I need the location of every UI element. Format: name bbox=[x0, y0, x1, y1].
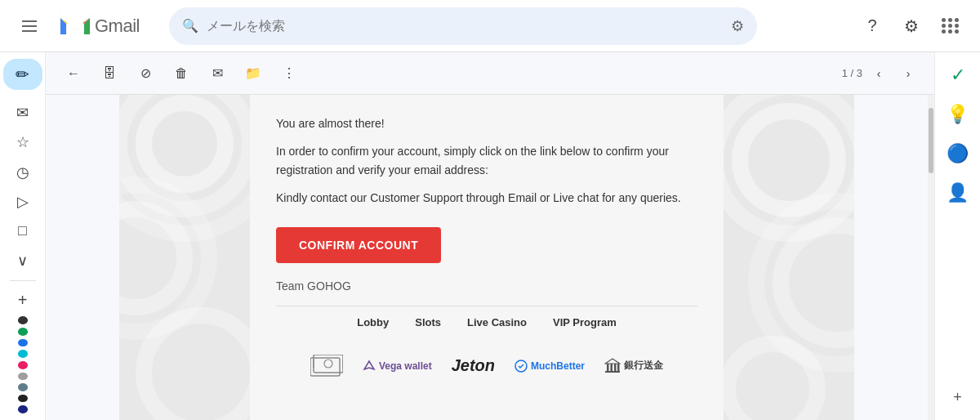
spam-button[interactable]: ⊘ bbox=[131, 59, 160, 88]
svg-marker-28 bbox=[605, 359, 620, 364]
right-panel: ✓ 💡 🔵 👤 + bbox=[934, 52, 980, 420]
right-panel-google-contacts[interactable]: 🔵 bbox=[942, 137, 974, 170]
archive-button[interactable]: 🗄 bbox=[95, 59, 124, 88]
label-dot-darkblue[interactable] bbox=[18, 405, 28, 413]
label-dot-pink[interactable] bbox=[18, 361, 28, 369]
jeton-label: Jeton bbox=[452, 356, 495, 375]
payment-cash bbox=[310, 355, 343, 378]
send-icon: ▷ bbox=[17, 193, 29, 211]
muchbetter-label: MuchBetter bbox=[531, 360, 585, 372]
search-bar[interactable]: 🔍 ⚙ bbox=[169, 7, 757, 45]
svg-point-16 bbox=[144, 315, 250, 420]
email-line3: Kindly contact our Customer Support thro… bbox=[276, 189, 697, 207]
watermark-left bbox=[119, 95, 250, 420]
sidebar-item-inbox[interactable]: ✉ bbox=[7, 100, 39, 126]
label-dot-green[interactable] bbox=[18, 328, 28, 336]
svg-rect-33 bbox=[605, 371, 620, 373]
sidebar-item-sent[interactable]: ▷ bbox=[7, 189, 39, 215]
back-button[interactable]: ← bbox=[59, 59, 88, 88]
bank-icon bbox=[604, 358, 621, 374]
settings-icon[interactable]: ⚙ bbox=[895, 10, 928, 42]
pagination-text: 1 / 3 bbox=[842, 67, 862, 79]
main-layout: ✏ ✉ ☆ ◷ ▷ □ ∨ + ← bbox=[0, 52, 980, 420]
label-dot-dark[interactable] bbox=[18, 395, 28, 403]
compose-button[interactable]: ✏ bbox=[3, 59, 42, 90]
gmail-text: Gmail bbox=[95, 16, 140, 37]
star-icon: ☆ bbox=[16, 133, 29, 151]
team-signature: Team GOHOG bbox=[276, 279, 697, 293]
search-icon: 🔍 bbox=[182, 18, 198, 34]
filter-icon[interactable]: ⚙ bbox=[731, 17, 744, 35]
email-scroll: You are almost there! In order to confir… bbox=[46, 95, 928, 420]
nav-slots[interactable]: Slots bbox=[415, 316, 441, 328]
nav-live-casino[interactable]: Live Casino bbox=[467, 316, 527, 328]
email-body-container: You are almost there! In order to confir… bbox=[46, 95, 934, 420]
drafts-icon: □ bbox=[18, 222, 27, 239]
payment-bank-transfer: 銀行送金 bbox=[604, 358, 663, 374]
next-email-button[interactable]: › bbox=[895, 60, 921, 87]
hamburger-menu[interactable] bbox=[13, 10, 46, 42]
payment-muchbetter: MuchBetter bbox=[514, 360, 585, 373]
more-button[interactable]: ⋮ bbox=[274, 59, 304, 88]
right-panel-google-keep[interactable]: 💡 bbox=[942, 98, 974, 131]
sidebar-item-drafts[interactable]: □ bbox=[7, 218, 39, 244]
apps-icon[interactable] bbox=[934, 10, 967, 42]
payment-logos: Vega wallet Jeton bbox=[276, 345, 697, 387]
email-line1: You are almost there! bbox=[276, 114, 697, 132]
sidebar-item-starred[interactable]: ☆ bbox=[7, 129, 39, 155]
top-bar: Gmail 🔍 ⚙ ? ⚙ bbox=[0, 0, 980, 52]
email-line2: In order to confirm your account, simply… bbox=[276, 142, 697, 179]
sidebar-item-snoozed[interactable]: ◷ bbox=[7, 159, 39, 185]
label-dot-blue[interactable] bbox=[18, 339, 28, 347]
nav-lobby[interactable]: Lobby bbox=[357, 316, 389, 328]
sidebar-divider bbox=[10, 280, 36, 281]
bank-transfer-label: 銀行送金 bbox=[624, 359, 663, 373]
clock-icon: ◷ bbox=[16, 163, 29, 181]
payment-vega-wallet: Vega wallet bbox=[363, 360, 432, 373]
payment-jeton: Jeton bbox=[452, 356, 495, 375]
email-content-wrapper: You are almost there! In order to confir… bbox=[119, 95, 854, 420]
right-panel-user[interactable]: 👤 bbox=[942, 176, 974, 209]
svg-point-21 bbox=[728, 344, 817, 420]
label-dot-gray1[interactable] bbox=[18, 373, 28, 381]
svg-rect-30 bbox=[611, 364, 613, 371]
scroll-track bbox=[928, 95, 934, 420]
svg-point-24 bbox=[324, 360, 332, 368]
cash-icon bbox=[310, 355, 343, 378]
email-area: ← 🗄 ⊘ 🗑 ✉ 📁 ⋮ 1 / 3 ‹ › bbox=[46, 52, 934, 420]
sidebar-item-more[interactable]: ∨ bbox=[7, 248, 39, 274]
watermark-right bbox=[724, 95, 854, 420]
inbox-icon: ✉ bbox=[16, 104, 29, 122]
vega-icon bbox=[363, 360, 376, 373]
sidebar-item-label-add[interactable]: + bbox=[7, 287, 39, 313]
label-dot-teal[interactable] bbox=[18, 350, 28, 358]
email-toolbar: ← 🗄 ⊘ 🗑 ✉ 📁 ⋮ 1 / 3 ‹ › bbox=[46, 52, 934, 95]
label-dot-gray2[interactable] bbox=[18, 383, 28, 391]
right-panel-google-tasks[interactable]: ✓ bbox=[942, 59, 974, 92]
delete-button[interactable]: 🗑 bbox=[167, 59, 196, 88]
chevron-down-icon: ∨ bbox=[17, 252, 28, 270]
svg-rect-32 bbox=[617, 364, 620, 371]
confirm-account-button[interactable]: CONFIRM ACCOUNT bbox=[276, 227, 441, 263]
nav-vip-program[interactable]: VIP Program bbox=[553, 316, 617, 328]
footer-nav: Lobby Slots Live Casino VIP Program bbox=[276, 306, 697, 338]
right-panel-expand[interactable]: + bbox=[942, 381, 974, 413]
svg-rect-29 bbox=[607, 364, 609, 371]
search-input[interactable] bbox=[207, 19, 723, 34]
scroll-thumb[interactable] bbox=[929, 108, 933, 173]
label-dot-black[interactable] bbox=[18, 316, 28, 324]
muchbetter-icon bbox=[514, 360, 528, 373]
svg-rect-31 bbox=[614, 364, 617, 371]
svg-point-11 bbox=[144, 103, 225, 185]
snooze-button[interactable]: 📁 bbox=[238, 59, 268, 88]
svg-point-19 bbox=[781, 226, 854, 340]
gmail-logo: Gmail bbox=[59, 15, 140, 38]
pagination: 1 / 3 ‹ › bbox=[842, 60, 921, 87]
left-sidebar: ✏ ✉ ☆ ◷ ▷ □ ∨ + bbox=[0, 52, 46, 420]
vega-wallet-label: Vega wallet bbox=[379, 360, 432, 372]
prev-email-button[interactable]: ‹ bbox=[866, 60, 892, 87]
mark-unread-button[interactable]: ✉ bbox=[203, 59, 232, 88]
top-right-icons: ? ⚙ bbox=[856, 10, 967, 42]
help-icon[interactable]: ? bbox=[856, 10, 889, 42]
email-main-content: You are almost there! In order to confir… bbox=[250, 95, 724, 420]
